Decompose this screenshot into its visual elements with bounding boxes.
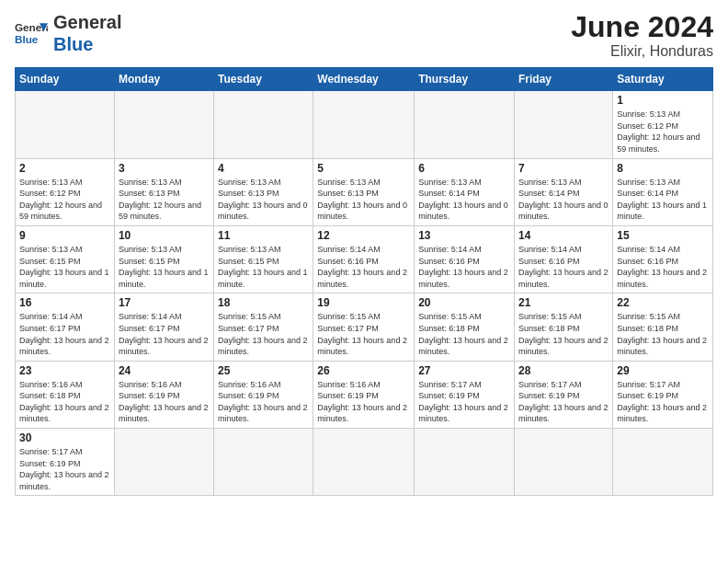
table-row: 8Sunrise: 5:13 AM Sunset: 6:14 PM Daylig…	[613, 158, 713, 225]
table-row	[16, 91, 115, 158]
table-row	[613, 429, 713, 496]
day-info: Sunrise: 5:15 AM Sunset: 6:18 PM Dayligh…	[518, 311, 609, 357]
calendar-header-row: Sunday Monday Tuesday Wednesday Thursday…	[16, 68, 713, 91]
location: Elixir, Honduras	[571, 43, 713, 60]
day-number: 24	[119, 364, 210, 377]
title-block: June 2024 Elixir, Honduras	[571, 11, 713, 60]
day-info: Sunrise: 5:13 AM Sunset: 6:14 PM Dayligh…	[418, 177, 510, 223]
day-number: 26	[317, 364, 410, 377]
day-number: 16	[19, 296, 110, 309]
calendar-week-row: 1Sunrise: 5:13 AM Sunset: 6:12 PM Daylig…	[16, 91, 713, 158]
table-row: 9Sunrise: 5:13 AM Sunset: 6:15 PM Daylig…	[16, 225, 115, 293]
day-number: 13	[418, 229, 510, 242]
day-info: Sunrise: 5:17 AM Sunset: 6:19 PM Dayligh…	[19, 446, 110, 492]
svg-text:Blue: Blue	[15, 33, 39, 45]
day-number: 11	[218, 229, 309, 242]
day-info: Sunrise: 5:17 AM Sunset: 6:19 PM Dayligh…	[617, 379, 709, 425]
day-info: Sunrise: 5:13 AM Sunset: 6:14 PM Dayligh…	[518, 177, 609, 223]
day-info: Sunrise: 5:17 AM Sunset: 6:19 PM Dayligh…	[518, 379, 609, 425]
day-number: 29	[617, 364, 709, 377]
table-row: 12Sunrise: 5:14 AM Sunset: 6:16 PM Dayli…	[313, 225, 415, 293]
header: General Blue General Blue June 2024 Elix…	[15, 11, 713, 60]
day-number: 18	[218, 296, 309, 309]
table-row: 29Sunrise: 5:17 AM Sunset: 6:19 PM Dayli…	[613, 361, 713, 428]
table-row: 19Sunrise: 5:15 AM Sunset: 6:17 PM Dayli…	[313, 293, 415, 361]
table-row: 20Sunrise: 5:15 AM Sunset: 6:18 PM Dayli…	[415, 293, 515, 361]
table-row: 3Sunrise: 5:13 AM Sunset: 6:13 PM Daylig…	[114, 158, 213, 225]
col-friday: Friday	[515, 68, 613, 91]
table-row	[114, 91, 213, 158]
day-number: 30	[19, 431, 110, 444]
day-number: 17	[119, 296, 210, 309]
table-row	[313, 429, 415, 496]
table-row: 13Sunrise: 5:14 AM Sunset: 6:16 PM Dayli…	[415, 225, 515, 293]
day-number: 22	[617, 296, 709, 309]
day-info: Sunrise: 5:14 AM Sunset: 6:17 PM Dayligh…	[119, 311, 210, 357]
day-number: 27	[418, 364, 510, 377]
table-row	[415, 429, 515, 496]
day-info: Sunrise: 5:14 AM Sunset: 6:16 PM Dayligh…	[518, 244, 609, 290]
day-info: Sunrise: 5:13 AM Sunset: 6:14 PM Dayligh…	[617, 177, 709, 223]
table-row	[214, 429, 313, 496]
day-info: Sunrise: 5:15 AM Sunset: 6:17 PM Dayligh…	[317, 311, 410, 357]
day-number: 4	[218, 162, 309, 175]
table-row	[313, 91, 415, 158]
day-number: 15	[617, 229, 709, 242]
day-info: Sunrise: 5:13 AM Sunset: 6:13 PM Dayligh…	[218, 177, 309, 223]
day-info: Sunrise: 5:15 AM Sunset: 6:18 PM Dayligh…	[617, 311, 709, 357]
col-sunday: Sunday	[16, 68, 115, 91]
table-row	[415, 91, 515, 158]
day-number: 25	[218, 364, 309, 377]
table-row	[515, 429, 613, 496]
day-number: 1	[617, 94, 709, 107]
day-info: Sunrise: 5:13 AM Sunset: 6:12 PM Dayligh…	[617, 109, 709, 155]
day-info: Sunrise: 5:13 AM Sunset: 6:15 PM Dayligh…	[218, 244, 309, 290]
table-row: 27Sunrise: 5:17 AM Sunset: 6:19 PM Dayli…	[415, 361, 515, 428]
day-number: 3	[119, 162, 210, 175]
table-row: 26Sunrise: 5:16 AM Sunset: 6:19 PM Dayli…	[313, 361, 415, 428]
calendar-week-row: 30Sunrise: 5:17 AM Sunset: 6:19 PM Dayli…	[16, 429, 713, 496]
day-number: 20	[418, 296, 510, 309]
day-info: Sunrise: 5:14 AM Sunset: 6:17 PM Dayligh…	[19, 311, 110, 357]
day-number: 7	[518, 162, 609, 175]
table-row: 17Sunrise: 5:14 AM Sunset: 6:17 PM Dayli…	[114, 293, 213, 361]
table-row	[214, 91, 313, 158]
day-info: Sunrise: 5:16 AM Sunset: 6:19 PM Dayligh…	[317, 379, 410, 425]
calendar-week-row: 16Sunrise: 5:14 AM Sunset: 6:17 PM Dayli…	[16, 293, 713, 361]
day-info: Sunrise: 5:17 AM Sunset: 6:19 PM Dayligh…	[418, 379, 510, 425]
logo: General Blue General Blue	[15, 11, 121, 55]
day-info: Sunrise: 5:13 AM Sunset: 6:15 PM Dayligh…	[119, 244, 210, 290]
page: General Blue General Blue June 2024 Elix…	[0, 0, 728, 563]
day-info: Sunrise: 5:15 AM Sunset: 6:18 PM Dayligh…	[418, 311, 510, 357]
col-thursday: Thursday	[415, 68, 515, 91]
table-row: 10Sunrise: 5:13 AM Sunset: 6:15 PM Dayli…	[114, 225, 213, 293]
table-row: 21Sunrise: 5:15 AM Sunset: 6:18 PM Dayli…	[515, 293, 613, 361]
day-number: 19	[317, 296, 410, 309]
day-info: Sunrise: 5:16 AM Sunset: 6:19 PM Dayligh…	[119, 379, 210, 425]
table-row: 24Sunrise: 5:16 AM Sunset: 6:19 PM Dayli…	[114, 361, 213, 428]
day-number: 8	[617, 162, 709, 175]
calendar-table: Sunday Monday Tuesday Wednesday Thursday…	[15, 67, 713, 496]
col-wednesday: Wednesday	[313, 68, 415, 91]
generalblue-logo-icon: General Blue	[15, 17, 48, 50]
day-number: 12	[317, 229, 410, 242]
table-row: 14Sunrise: 5:14 AM Sunset: 6:16 PM Dayli…	[515, 225, 613, 293]
table-row: 16Sunrise: 5:14 AM Sunset: 6:17 PM Dayli…	[16, 293, 115, 361]
day-info: Sunrise: 5:16 AM Sunset: 6:18 PM Dayligh…	[19, 379, 110, 425]
day-info: Sunrise: 5:13 AM Sunset: 6:12 PM Dayligh…	[19, 177, 110, 223]
table-row: 1Sunrise: 5:13 AM Sunset: 6:12 PM Daylig…	[613, 91, 713, 158]
day-info: Sunrise: 5:14 AM Sunset: 6:16 PM Dayligh…	[617, 244, 709, 290]
day-info: Sunrise: 5:16 AM Sunset: 6:19 PM Dayligh…	[218, 379, 309, 425]
day-info: Sunrise: 5:14 AM Sunset: 6:16 PM Dayligh…	[418, 244, 510, 290]
calendar-week-row: 9Sunrise: 5:13 AM Sunset: 6:15 PM Daylig…	[16, 225, 713, 293]
day-info: Sunrise: 5:15 AM Sunset: 6:17 PM Dayligh…	[218, 311, 309, 357]
day-number: 6	[418, 162, 510, 175]
table-row: 4Sunrise: 5:13 AM Sunset: 6:13 PM Daylig…	[214, 158, 313, 225]
day-number: 28	[518, 364, 609, 377]
table-row: 5Sunrise: 5:13 AM Sunset: 6:13 PM Daylig…	[313, 158, 415, 225]
table-row: 22Sunrise: 5:15 AM Sunset: 6:18 PM Dayli…	[613, 293, 713, 361]
table-row: 2Sunrise: 5:13 AM Sunset: 6:12 PM Daylig…	[16, 158, 115, 225]
day-info: Sunrise: 5:14 AM Sunset: 6:16 PM Dayligh…	[317, 244, 410, 290]
month-title: June 2024	[571, 11, 713, 43]
day-number: 14	[518, 229, 609, 242]
